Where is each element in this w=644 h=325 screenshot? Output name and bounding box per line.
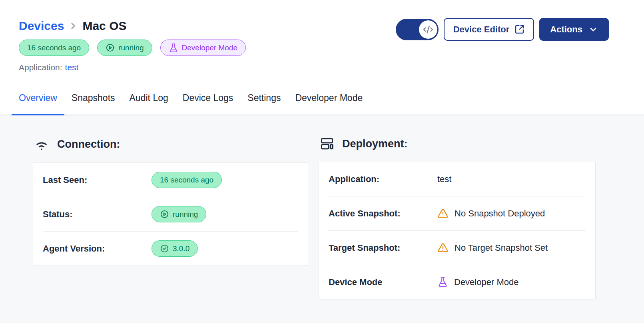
flask-icon [169,43,178,53]
chevron-right-icon [68,21,78,31]
warning-icon [437,208,449,219]
active-snapshot-row: Active Snapshot: No Snapshot Deployed [329,196,586,231]
code-icon [423,24,433,35]
wifi-icon [34,137,49,152]
running-status-badge: running [97,40,152,56]
target-snapshot-row: Target Snapshot: No Target Snapshot Set [329,231,586,265]
status-label: Status: [43,209,152,220]
header-toolbar: Device Editor Actions [396,18,609,41]
active-snapshot-label: Active Snapshot: [329,208,437,219]
tab-settings[interactable]: Settings [240,72,288,115]
agent-version-value: 3.0.0 [173,244,189,253]
play-circle-icon [160,210,169,219]
device-editor-button[interactable]: Device Editor [444,18,534,41]
overview-content: Connection: Last Seen: 16 seconds ago St… [0,115,644,323]
device-mode-row: Device Mode Developer Mode [329,265,586,299]
deployment-title: Deployment: [342,138,408,150]
connection-title: Connection: [57,138,120,151]
external-link-icon [514,24,524,34]
status-row: Status: running [43,197,298,232]
deployment-card: Application: test Active Snapshot: No Sn… [319,162,596,299]
last-seen-label: Last Seen: [43,175,152,185]
connection-card: Last Seen: 16 seconds ago Status: runnin… [33,162,308,266]
developer-mode-badge-label: Developer Mode [182,44,237,52]
deployment-icon [320,137,334,151]
last-seen-value: 16 seconds ago [160,176,213,184]
deployment-section: Deployment: Application: test Active Sna… [319,135,596,323]
application-row-label: Application: [329,174,437,184]
agent-version-row: Agent Version: 3.0.0 [43,232,298,266]
device-mode-label: Device Mode [329,277,437,287]
tab-audit-log[interactable]: Audit Log [122,72,175,115]
flask-icon [437,277,448,287]
actions-label: Actions [550,24,582,35]
toggle-knob [419,20,437,39]
developer-mode-badge: Developer Mode [160,40,246,56]
actions-button[interactable]: Actions [539,18,609,41]
status-badges: 16 seconds ago running Developer Mode [19,40,609,56]
page-header: Devices Mac OS Device Editor Actions [0,0,644,72]
last-seen-badge-label: 16 seconds ago [27,44,81,52]
developer-mode-toggle[interactable] [396,19,439,40]
running-badge-label: running [118,44,144,52]
last-seen-value-badge: 16 seconds ago [152,172,222,188]
tab-snapshots[interactable]: Snapshots [64,72,122,115]
tab-device-logs[interactable]: Device Logs [175,72,241,115]
device-editor-label: Device Editor [453,24,510,35]
application-label: Application: [19,63,62,72]
device-detail-page: { "breadcrumb": { "parent": "Devices", "… [0,0,644,325]
application-link[interactable]: test [65,63,79,72]
agent-version-label: Agent Version: [43,244,152,254]
last-seen-row: Last Seen: 16 seconds ago [43,163,298,197]
connection-section: Connection: Last Seen: 16 seconds ago St… [33,135,308,323]
last-seen-badge: 16 seconds ago [19,40,89,56]
tab-bar: Overview Snapshots Audit Log Device Logs… [0,72,644,115]
target-snapshot-label: Target Snapshot: [329,243,437,253]
status-value: running [173,210,198,219]
tab-overview[interactable]: Overview [12,72,64,115]
chevron-down-icon [588,25,598,34]
play-circle-icon [106,43,115,52]
connection-heading: Connection: [34,137,308,152]
warning-icon [437,242,449,254]
device-mode-value: Developer Mode [454,277,518,287]
breadcrumb-current-device: Mac OS [82,19,126,33]
breadcrumb-devices-link[interactable]: Devices [19,19,64,33]
check-circle-icon [160,244,169,253]
status-value-badge: running [152,206,206,222]
application-row: Application: test [329,162,586,196]
tab-developer-mode[interactable]: Developer Mode [288,72,370,115]
application-line: Application:test [19,63,609,72]
active-snapshot-value: No Snapshot Deployed [455,208,545,219]
agent-version-badge: 3.0.0 [152,240,198,257]
application-row-value: test [437,174,451,184]
target-snapshot-value: No Target Snapshot Set [455,243,548,253]
deployment-heading: Deployment: [320,137,596,151]
